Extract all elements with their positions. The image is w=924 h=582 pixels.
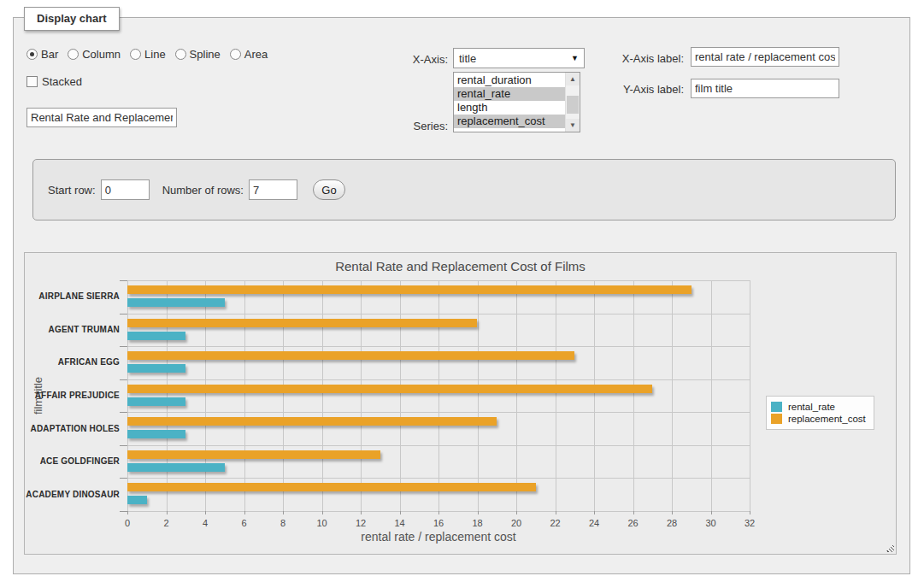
x-axis-selected-value: title: [459, 52, 476, 65]
radio-icon[interactable]: [68, 49, 79, 60]
series-option-rental_rate[interactable]: rental_rate: [454, 87, 565, 101]
num-rows-input[interactable]: [249, 179, 297, 200]
chart-panel: Rental Rate and Replacement Cost of Film…: [24, 252, 897, 555]
legend-label: rental_rate: [788, 402, 835, 412]
chart-type-option-line[interactable]: Line: [130, 48, 166, 61]
category-label: AGENT TRUMAN: [25, 325, 120, 334]
radio-icon[interactable]: [130, 49, 141, 60]
scrollbar-thumb[interactable]: [567, 96, 579, 114]
x-axis-title: rental rate / replacement cost: [127, 530, 750, 544]
series-listbox[interactable]: rental_durationrental_ratelengthreplacem…: [453, 72, 580, 132]
gridline-vertical: [438, 280, 439, 511]
x-tick-label: 22: [543, 518, 568, 528]
chart-title-input[interactable]: [26, 108, 177, 127]
category-label: AFRICAN EGG: [25, 357, 120, 367]
stacked-checkbox-row[interactable]: Stacked: [26, 75, 82, 88]
y-axis-tick: [120, 511, 127, 512]
chart-type-option-column[interactable]: Column: [68, 48, 121, 61]
chart-type-radio-group: BarColumnLineSplineArea: [26, 48, 277, 61]
chart-type-option-area[interactable]: Area: [230, 48, 268, 61]
gridline-vertical: [478, 280, 479, 511]
radio-icon[interactable]: [26, 49, 38, 60]
x-axis-tick: [478, 511, 479, 514]
category-label: AIRPLANE SIERRA: [25, 291, 120, 301]
gridline-horizontal: [127, 346, 750, 347]
series-select-label: Series:: [368, 120, 448, 132]
x-tick-label: 6: [232, 518, 257, 528]
gridline-vertical: [127, 280, 128, 511]
x-tick-label: 12: [348, 518, 374, 528]
gridline-vertical: [672, 280, 673, 511]
x-axis-tick: [205, 511, 206, 514]
y-axis-label-field-label: Y-Axis label:: [607, 83, 684, 96]
legend-item: rental_rate: [771, 402, 866, 412]
bar-rental_rate: [127, 496, 147, 504]
gridline-vertical: [516, 280, 517, 511]
radio-icon[interactable]: [230, 49, 241, 60]
chart-legend: rental_ratereplacement_cost: [766, 396, 874, 430]
x-tick-label: 16: [426, 518, 451, 528]
y-axis-tick: [120, 280, 127, 281]
chevron-down-icon: ▼: [571, 54, 579, 62]
y-axis-tick: [120, 445, 127, 446]
scroll-up-icon[interactable]: ▲: [566, 73, 580, 85]
gridline-horizontal: [127, 445, 750, 446]
bar-replacement_cost: [127, 483, 536, 491]
gridline-vertical: [400, 280, 401, 511]
start-row-label: Start row:: [48, 184, 96, 197]
gridline-vertical: [633, 280, 634, 511]
start-row-input[interactable]: [101, 179, 150, 200]
gridline-horizontal: [127, 379, 750, 380]
gridline-horizontal: [127, 478, 750, 479]
x-tick-label: 0: [115, 518, 140, 528]
legend-swatch-replacement_cost: [771, 414, 782, 424]
series-option-replacement_cost[interactable]: replacement_cost: [454, 115, 565, 128]
x-axis-tick: [556, 511, 556, 514]
x-axis-tick: [672, 511, 673, 514]
scroll-down-icon[interactable]: ▼: [566, 119, 580, 132]
legend-item: replacement_cost: [771, 414, 866, 424]
y-axis-tick: [120, 478, 127, 479]
chart-type-option-spline[interactable]: Spline: [175, 48, 221, 61]
fieldset-legend: Display chart: [24, 7, 120, 31]
chart-type-option-bar[interactable]: Bar: [26, 48, 58, 61]
gridline-horizontal: [127, 280, 750, 281]
x-axis-select[interactable]: title ▼: [453, 48, 585, 68]
x-tick-label: 24: [581, 518, 607, 528]
category-label: AFFAIR PREJUDICE: [25, 391, 120, 400]
y-axis-tick: [120, 346, 127, 347]
series-option-length[interactable]: length: [454, 101, 565, 115]
x-tick-label: 26: [621, 518, 646, 528]
x-axis-tick: [750, 511, 750, 514]
num-rows-label: Number of rows:: [162, 184, 244, 197]
bar-replacement_cost: [127, 319, 477, 327]
gridline-vertical: [283, 280, 284, 511]
bar-rental_rate: [127, 397, 185, 406]
go-button[interactable]: Go: [313, 179, 345, 200]
y-axis-label-input[interactable]: [691, 79, 839, 98]
x-axis-label-field-label: X-Axis label:: [607, 52, 684, 65]
x-axis-label-input[interactable]: [691, 47, 839, 67]
x-axis-tick: [167, 511, 168, 514]
chart-type-option-label: Area: [244, 48, 268, 61]
series-scrollbar[interactable]: ▲ ▼: [565, 73, 580, 132]
gridline-horizontal: [127, 412, 750, 413]
bar-rental_rate: [127, 463, 225, 472]
chart-type-option-label: Bar: [41, 48, 58, 61]
chart-type-option-label: Spline: [190, 48, 221, 61]
gridline-vertical: [205, 280, 206, 511]
x-axis-select-label: X-Axis:: [368, 53, 448, 66]
x-tick-label: 8: [270, 518, 296, 528]
bar-rental_rate: [127, 332, 185, 340]
series-options: rental_durationrental_ratelengthreplacem…: [454, 73, 565, 128]
radio-icon[interactable]: [175, 49, 186, 60]
series-option-rental_duration[interactable]: rental_duration: [454, 73, 565, 87]
gridline-vertical: [167, 280, 168, 511]
gridline-vertical: [594, 280, 595, 511]
x-tick-label: 30: [698, 518, 724, 528]
stacked-checkbox[interactable]: [26, 76, 38, 87]
resize-grip-icon[interactable]: [886, 544, 894, 552]
x-tick-label: 20: [503, 518, 529, 528]
bar-replacement_cost: [127, 417, 497, 426]
y-axis-tick: [120, 314, 127, 315]
